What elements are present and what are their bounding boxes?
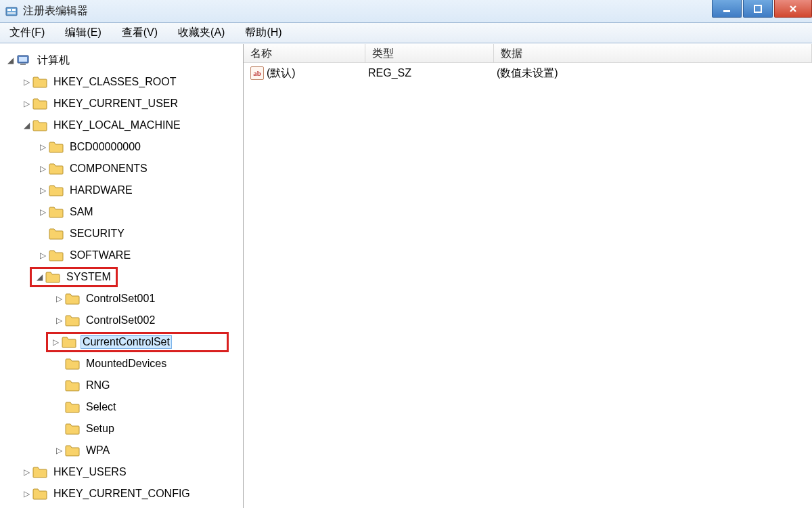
tree-item-controlset002[interactable]: ▷ControlSet002 (3, 310, 240, 331)
svg-rect-7 (19, 57, 27, 62)
tree-item-select[interactable]: ▷Select (3, 396, 240, 418)
tree-item-system[interactable]: ◢ SYSTEM (3, 266, 240, 288)
tree-label: HKEY_CURRENT_USER (51, 97, 180, 110)
app-icon (5, 5, 18, 18)
tree-item-hklm[interactable]: ◢ HKEY_LOCAL_MACHINE (3, 114, 240, 136)
highlight-box: ◢ SYSTEM (30, 267, 118, 287)
expand-icon[interactable]: ▷ (38, 164, 47, 173)
registry-tree: ◢ 计算机 ▷ HKEY_CLASSES_ROOT ▷ HKEY (3, 49, 240, 505)
svg-rect-2 (12, 9, 16, 11)
folder-icon (65, 423, 80, 435)
expand-icon[interactable]: ▷ (22, 77, 31, 87)
tree-label: SOFTWARE (68, 249, 133, 262)
svg-rect-0 (6, 7, 17, 16)
tree-label: BCD00000000 (68, 140, 143, 154)
expand-icon[interactable]: ▷ (22, 99, 31, 108)
tree-label: RNG (84, 379, 112, 392)
folder-icon (62, 336, 76, 348)
expand-icon[interactable]: ▷ (54, 446, 64, 455)
menu-help[interactable]: 帮助(H) (241, 24, 286, 41)
tree-label: ControlSet002 (84, 314, 157, 327)
expand-icon[interactable]: ▷ (54, 294, 64, 303)
tree-label: MountedDevices (84, 357, 168, 371)
main-area: ◢ 计算机 ▷ HKEY_CLASSES_ROOT ▷ HKEY (0, 43, 812, 508)
column-header-data[interactable]: 数据 (494, 44, 812, 62)
tree-label: Setup (84, 422, 116, 436)
expand-icon[interactable]: ◢ (5, 56, 15, 65)
maximize-button[interactable] (743, 0, 773, 18)
svg-rect-4 (723, 10, 730, 12)
tree-label: HKEY_LOCAL_MACHINE (51, 119, 183, 132)
expand-icon[interactable]: ▷ (51, 337, 60, 347)
folder-icon (49, 141, 64, 153)
tree-label: HKEY_CLASSES_ROOT (51, 75, 178, 89)
folder-icon (49, 228, 64, 240)
tree-label: HKEY_USERS (51, 465, 129, 479)
menu-edit[interactable]: 编辑(E) (61, 24, 105, 41)
tree-label: SECURITY (68, 227, 127, 240)
tree-item-controlset001[interactable]: ▷ControlSet001 (3, 288, 240, 310)
cell-type: REG_SZ (365, 67, 494, 79)
list-header: 名称 类型 数据 (244, 44, 812, 63)
tree-item-currentcontrolset[interactable]: ▷ CurrentControlSet (3, 331, 240, 353)
menu-view[interactable]: 查看(V) (118, 24, 162, 41)
column-header-name[interactable]: 名称 (244, 44, 365, 62)
folder-icon (65, 401, 80, 413)
window-title: 注册表编辑器 (23, 4, 88, 18)
tree-label: SAM (68, 205, 95, 219)
highlight-box: ▷ CurrentControlSet (46, 332, 229, 352)
tree-item-mounteddevices[interactable]: ▷MountedDevices (3, 353, 240, 375)
values-pane: 名称 类型 数据 ab (默认) REG_SZ (数值未设置) (244, 44, 812, 508)
title-bar: 注册表编辑器 (0, 0, 812, 23)
svg-rect-5 (754, 5, 761, 12)
tree-item-hkcc[interactable]: ▷ HKEY_CURRENT_CONFIG (3, 483, 240, 505)
tree-pane[interactable]: ◢ 计算机 ▷ HKEY_CLASSES_ROOT ▷ HKEY (0, 44, 244, 508)
folder-icon (49, 249, 64, 261)
menu-favorites[interactable]: 收藏夹(A) (174, 24, 229, 41)
close-button[interactable] (774, 0, 812, 18)
folder-icon (45, 271, 60, 283)
tree-label: 计算机 (35, 53, 72, 68)
tree-label: ControlSet001 (84, 292, 157, 305)
expand-icon[interactable]: ◢ (35, 272, 44, 282)
folder-icon (32, 98, 47, 110)
expand-icon[interactable]: ▷ (38, 251, 47, 260)
folder-icon (32, 76, 47, 88)
cell-name: ab (默认) (248, 66, 365, 81)
expand-icon[interactable]: ▷ (38, 186, 47, 195)
tree-item-setup[interactable]: ▷Setup (3, 418, 240, 440)
tree-root-computer[interactable]: ◢ 计算机 (3, 49, 240, 71)
cell-data: (数值未设置) (494, 66, 812, 81)
tree-item-bcd[interactable]: ▷BCD00000000 (3, 136, 240, 158)
tree-label: WPA (84, 444, 112, 457)
tree-item-components[interactable]: ▷COMPONENTS (3, 158, 240, 179)
tree-item-rng[interactable]: ▷RNG (3, 375, 240, 396)
tree-item-software[interactable]: ▷SOFTWARE (3, 245, 240, 266)
expand-icon[interactable]: ▷ (22, 467, 31, 477)
tree-item-hardware[interactable]: ▷HARDWARE (3, 179, 240, 201)
expand-icon[interactable]: ◢ (22, 121, 31, 130)
folder-icon (65, 293, 80, 305)
tree-item-wpa[interactable]: ▷WPA (3, 440, 240, 461)
svg-rect-8 (20, 64, 26, 65)
column-header-type[interactable]: 类型 (365, 44, 494, 62)
tree-label: COMPONENTS (68, 162, 150, 175)
expand-icon[interactable]: ▷ (54, 316, 64, 325)
tree-label: HKEY_CURRENT_CONFIG (51, 487, 192, 501)
folder-icon (49, 184, 64, 196)
computer-icon (16, 54, 31, 66)
tree-item-security[interactable]: ▷SECURITY (3, 223, 240, 245)
expand-icon[interactable]: ▷ (22, 489, 31, 499)
string-value-icon: ab (250, 66, 264, 80)
tree-item-hku[interactable]: ▷ HKEY_USERS (3, 461, 240, 483)
minimize-button[interactable] (712, 0, 742, 18)
tree-item-hkcu[interactable]: ▷ HKEY_CURRENT_USER (3, 93, 240, 114)
folder-icon (65, 314, 80, 326)
svg-rect-1 (7, 9, 11, 11)
tree-item-hkcr[interactable]: ▷ HKEY_CLASSES_ROOT (3, 71, 240, 93)
list-row[interactable]: ab (默认) REG_SZ (数值未设置) (244, 63, 812, 83)
expand-icon[interactable]: ▷ (38, 207, 47, 217)
expand-icon[interactable]: ▷ (38, 142, 47, 152)
tree-item-sam[interactable]: ▷SAM (3, 201, 240, 223)
menu-file[interactable]: 文件(F) (5, 24, 49, 41)
